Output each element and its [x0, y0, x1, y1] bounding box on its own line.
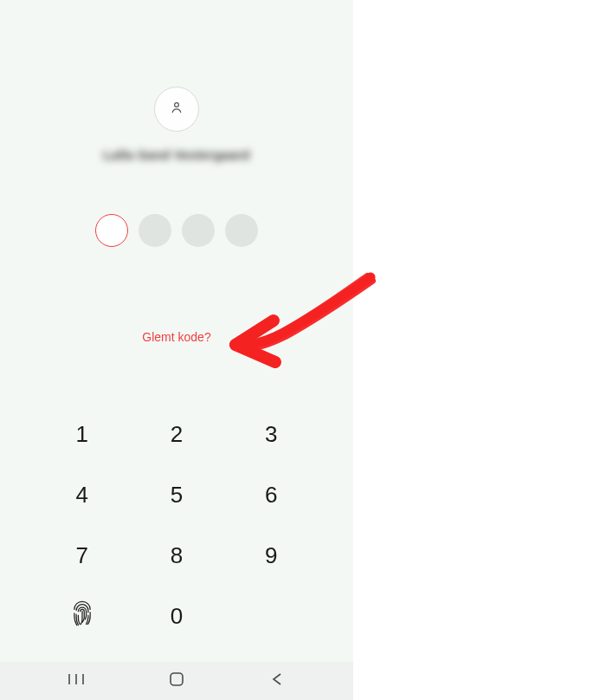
home-icon: [169, 671, 184, 690]
pin-dot-3: [182, 214, 215, 247]
svg-rect-4: [171, 673, 183, 685]
key-8[interactable]: 8: [129, 538, 223, 573]
android-nav-bar: [0, 662, 353, 700]
nav-recent-button[interactable]: [59, 672, 93, 690]
pin-dot-4: [225, 214, 258, 247]
key-5[interactable]: 5: [129, 477, 223, 512]
forgot-code-link[interactable]: Glemt kode?: [142, 330, 210, 344]
back-icon: [271, 672, 283, 690]
key-6[interactable]: 6: [224, 477, 319, 512]
pin-dot-2: [139, 214, 171, 247]
avatar-circle: [154, 87, 199, 132]
key-0[interactable]: 0: [129, 599, 223, 633]
key-1[interactable]: 1: [35, 417, 129, 451]
person-icon: [169, 100, 184, 119]
key-7[interactable]: 7: [35, 538, 129, 573]
key-9[interactable]: 9: [224, 538, 319, 573]
phone-screen: Lalla Sand Vestergaard Glemt kode? 1 2 3…: [0, 0, 353, 700]
svg-point-0: [175, 103, 179, 107]
fingerprint-button[interactable]: [35, 599, 129, 633]
nav-back-button[interactable]: [260, 672, 294, 690]
numeric-keypad: 1 2 3 4 5 6 7 8 9: [0, 417, 353, 633]
nav-home-button[interactable]: [159, 671, 194, 690]
key-2[interactable]: 2: [129, 417, 223, 451]
user-name: Lalla Sand Vestergaard: [103, 147, 249, 162]
fingerprint-icon: [70, 600, 94, 633]
pin-dot-1: [95, 214, 128, 247]
recent-apps-icon: [68, 672, 85, 690]
key-empty: [224, 599, 319, 633]
key-4[interactable]: 4: [35, 477, 129, 512]
pin-dots: [95, 214, 258, 247]
lock-screen-content: Lalla Sand Vestergaard Glemt kode? 1 2 3…: [0, 0, 353, 662]
key-3[interactable]: 3: [224, 417, 319, 451]
